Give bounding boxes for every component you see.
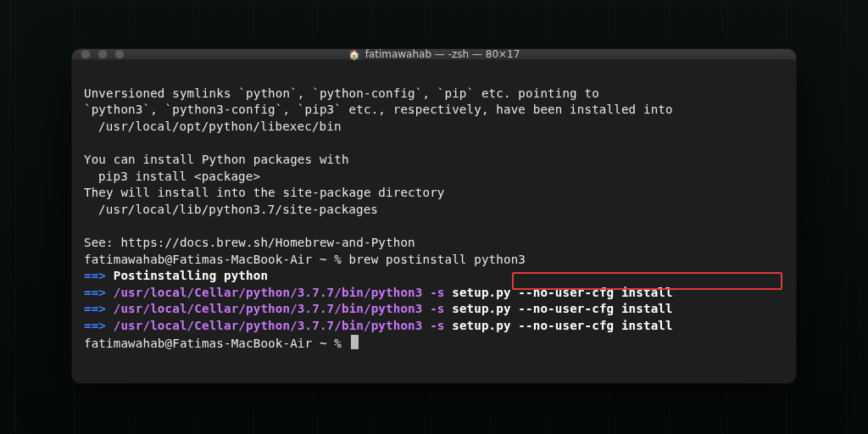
output-line: `python3`, `python3-config`, `pip3` etc.…	[84, 103, 673, 116]
window-controls	[81, 49, 125, 59]
command: brew postinstall python3	[349, 253, 526, 266]
brew-arrow-icon: ==>	[84, 302, 106, 315]
brew-args: setup.py --no-user-cfg install	[452, 302, 673, 315]
close-icon[interactable]	[81, 49, 91, 59]
home-icon: 🏠	[348, 49, 360, 60]
brew-args: setup.py --no-user-cfg install	[452, 319, 673, 332]
window-title: 🏠 fatimawahab — -zsh — 80×17	[72, 49, 796, 60]
output-line: /usr/local/lib/python3.7/site-packages	[98, 202, 378, 219]
output-line: You can install Python packages with	[84, 153, 349, 166]
brew-args: setup.py --no-user-cfg install	[452, 286, 673, 299]
prompt: fatimawahab@Fatimas-MacBook-Air ~ %	[84, 337, 349, 350]
brew-step: Postinstalling python	[114, 269, 268, 282]
titlebar[interactable]: 🏠 fatimawahab — -zsh — 80×17	[72, 49, 796, 60]
terminal-body[interactable]: Unversioned symlinks `python`, `python-c…	[72, 60, 796, 383]
cursor-icon	[351, 335, 359, 349]
brew-path: /usr/local/Cellar/python/3.7.7/bin/pytho…	[114, 319, 452, 332]
output-line: pip3 install <package>	[98, 169, 260, 186]
terminal-window: 🏠 fatimawahab — -zsh — 80×17 Unversioned…	[72, 49, 796, 383]
output-line: See: https://docs.brew.sh/Homebrew-and-P…	[84, 236, 415, 249]
output-line: /usr/local/opt/python/libexec/bin	[98, 119, 342, 136]
brew-arrow-icon: ==>	[84, 269, 106, 282]
minimize-icon[interactable]	[97, 49, 108, 59]
brew-arrow-icon: ==>	[84, 319, 106, 332]
prompt: fatimawahab@Fatimas-MacBook-Air ~ %	[84, 253, 349, 266]
output-line: Unversioned symlinks `python`, `python-c…	[84, 86, 599, 100]
zoom-icon[interactable]	[114, 49, 125, 59]
output-line: They will install into the site-package …	[84, 186, 445, 199]
brew-arrow-icon: ==>	[84, 286, 106, 299]
title-text: fatimawahab — -zsh — 80×17	[365, 49, 520, 60]
brew-path: /usr/local/Cellar/python/3.7.7/bin/pytho…	[114, 302, 452, 315]
brew-path: /usr/local/Cellar/python/3.7.7/bin/pytho…	[114, 286, 452, 299]
